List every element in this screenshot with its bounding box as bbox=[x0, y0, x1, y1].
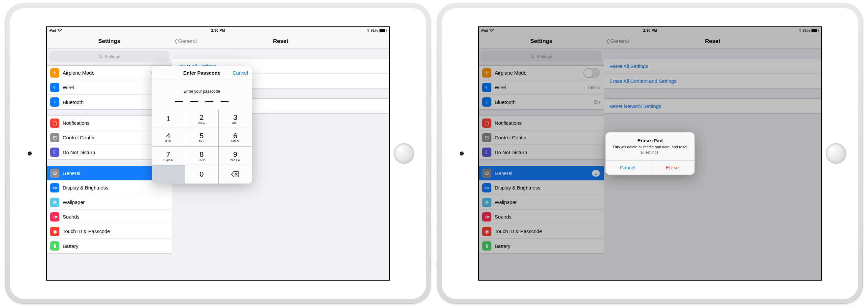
passcode-digit bbox=[190, 101, 198, 102]
search-placeholder: Settings bbox=[104, 54, 120, 59]
clock-label: 2:30 PM bbox=[211, 28, 225, 32]
wallpaper-icon: ❋ bbox=[50, 198, 59, 207]
home-button[interactable] bbox=[394, 143, 414, 164]
battery-percent-label: 91% bbox=[371, 28, 378, 32]
alert-cancel-button[interactable]: Cancel bbox=[606, 161, 650, 175]
sidebar-item-wallpaper[interactable]: ❋Wallpaper bbox=[47, 195, 172, 209]
sidebar-item-label: Display & Brightness bbox=[63, 185, 108, 191]
popover-message: Enter your passcode bbox=[152, 89, 252, 94]
sidebar-item-touchid[interactable]: ◉Touch ID & Passcode bbox=[47, 224, 172, 239]
control-icon: ⊟ bbox=[50, 133, 59, 142]
sidebar-item-label: Airplane Mode bbox=[63, 70, 95, 76]
sidebar-item-sounds[interactable]: 🕪Sounds bbox=[47, 209, 172, 224]
modal-overlay: Erase iPad This will delete all media an… bbox=[479, 27, 821, 280]
carrier-label: iPad bbox=[49, 28, 56, 32]
general-icon: ⚙ bbox=[50, 169, 59, 178]
alert-title: Erase iPad bbox=[606, 132, 694, 145]
passcode-digit bbox=[221, 101, 228, 102]
detail-header: General Reset bbox=[172, 34, 389, 49]
sidebar-item-label: General bbox=[63, 170, 80, 176]
alert-message: This will delete all media and data, and… bbox=[606, 145, 694, 160]
keypad-backspace[interactable] bbox=[219, 165, 252, 184]
sidebar-item-battery[interactable]: ▮Battery bbox=[47, 239, 172, 253]
search-icon bbox=[99, 54, 102, 58]
search-input[interactable]: Settings bbox=[50, 52, 169, 61]
sidebar-item-label: Wallpaper bbox=[63, 199, 85, 205]
camera-icon bbox=[28, 151, 32, 156]
battery-icon bbox=[379, 29, 387, 32]
keypad-blank bbox=[152, 165, 185, 184]
ipad-device-right: iPad 2:30 PM 91% Settings bbox=[437, 3, 863, 304]
passcode-popover: Enter Passcode Cancel Enter your passcod… bbox=[152, 66, 252, 184]
camera-icon bbox=[460, 151, 464, 156]
sounds-icon: 🕪 bbox=[50, 212, 59, 222]
keypad-8[interactable]: 8TUV bbox=[185, 146, 218, 165]
keypad-1[interactable]: 1 bbox=[152, 110, 185, 128]
keypad-5[interactable]: 5JKL bbox=[185, 128, 218, 146]
backspace-icon bbox=[231, 171, 240, 177]
keypad: 12ABC3DEF4GHI5JKL6MNO7PQRS8TUV9WXYZ0 bbox=[152, 110, 252, 184]
svg-rect-1 bbox=[380, 29, 385, 32]
sidebar-item-label: Touch ID & Passcode bbox=[63, 228, 110, 234]
keypad-0[interactable]: 0 bbox=[185, 165, 218, 184]
svg-point-3 bbox=[99, 55, 101, 57]
sidebar-item-label: Do Not Disturb bbox=[63, 149, 95, 155]
display-icon: AA bbox=[50, 183, 59, 193]
bluetooth-indicator-icon bbox=[367, 28, 369, 32]
dnd-icon: ☾ bbox=[50, 147, 59, 157]
status-bar: iPad 2:30 PM 91% bbox=[47, 27, 389, 34]
keypad-6[interactable]: 6MNO bbox=[219, 128, 252, 146]
detail-pane: General Reset Reset All SettingsErase Al… bbox=[172, 34, 389, 280]
airplane-icon: ✈ bbox=[50, 68, 59, 78]
screen: iPad 2:30 PM 91% Settings bbox=[478, 26, 822, 281]
chevron-left-icon bbox=[174, 38, 178, 44]
svg-rect-2 bbox=[386, 30, 387, 31]
passcode-digit bbox=[175, 101, 183, 102]
alert-erase-button[interactable]: Erase bbox=[650, 161, 695, 175]
home-button[interactable] bbox=[826, 143, 846, 164]
sidebar-item-label: Sounds bbox=[63, 214, 80, 220]
keypad-7[interactable]: 7PQRS bbox=[152, 146, 185, 165]
back-button[interactable]: General bbox=[172, 38, 197, 44]
keypad-4[interactable]: 4GHI bbox=[152, 128, 185, 146]
keypad-9[interactable]: 9WXYZ bbox=[219, 146, 252, 165]
keypad-2[interactable]: 2ABC bbox=[185, 110, 218, 128]
wifi-icon: ᯤ bbox=[50, 83, 59, 92]
sidebar-item-label: Wi-Fi bbox=[63, 85, 74, 90]
touchid-icon: ◉ bbox=[50, 227, 59, 236]
ipad-device-left: iPad 2:30 PM 91% Settings bbox=[5, 3, 431, 304]
keypad-3[interactable]: 3DEF bbox=[219, 110, 252, 128]
screen: iPad 2:30 PM 91% Settings bbox=[46, 26, 390, 281]
notif-icon: ▢ bbox=[50, 118, 59, 128]
svg-line-4 bbox=[101, 57, 102, 58]
popover-title: Enter Passcode bbox=[183, 70, 221, 76]
wifi-indicator-icon bbox=[57, 29, 62, 32]
sidebar-item-label: Control Center bbox=[63, 135, 95, 140]
passcode-field bbox=[152, 101, 252, 102]
sidebar-item-label: Notifications bbox=[63, 120, 90, 126]
page-title: Reset bbox=[273, 38, 288, 45]
battery-icon: ▮ bbox=[50, 241, 59, 251]
sidebar-item-label: Battery bbox=[63, 243, 79, 249]
erase-alert: Erase iPad This will delete all media an… bbox=[606, 132, 694, 174]
sidebar-item-label: Bluetooth bbox=[63, 100, 84, 105]
cancel-button[interactable]: Cancel bbox=[232, 70, 248, 76]
passcode-digit bbox=[206, 101, 213, 102]
bluetooth-icon: ᚼ bbox=[50, 97, 59, 107]
sidebar-title: Settings bbox=[47, 34, 172, 49]
